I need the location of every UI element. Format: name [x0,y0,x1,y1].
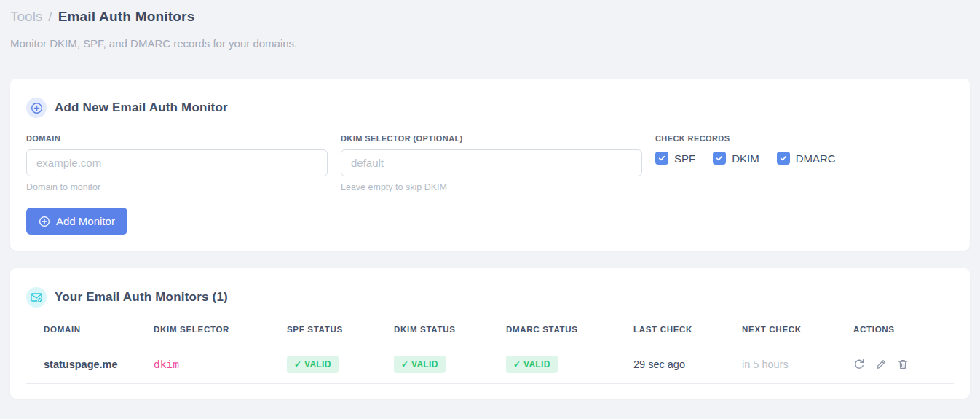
dkim-checkbox[interactable] [713,152,726,165]
check-records-options: SPF DKIM DMARC [655,152,954,165]
cell-domain: statuspage.me [26,345,154,384]
breadcrumb-tools-link[interactable]: Tools [10,9,42,25]
header-last-check: LAST CHECK [633,325,742,345]
breadcrumb-separator: / [48,9,52,25]
check-records-label: CHECK RECORDS [655,134,954,143]
add-monitor-button-label: Add Monitor [56,215,115,227]
domain-helper-text: Domain to monitor [26,182,328,192]
dkim-checkbox-item[interactable]: DKIM [713,152,759,165]
dkim-selector-label: DKIM SELECTOR (OPTIONAL) [341,134,642,143]
spf-valid-badge: ✓ VALID [287,356,339,373]
header-dkim-selector: DKIM SELECTOR [154,325,287,345]
monitors-card-header: Your Email Auth Monitors (1) [26,287,954,308]
spf-checkbox-label: SPF [674,152,695,165]
domain-label: DOMAIN [26,134,328,143]
cell-actions [853,345,954,384]
cell-next-check: in 5 hours [742,345,853,384]
monitors-table: DOMAIN DKIM SELECTOR SPF STATUS DKIM STA… [26,325,954,384]
cell-dkim-status: ✓ VALID [394,345,506,384]
add-monitor-card-title: Add New Email Auth Monitor [55,101,228,115]
header-actions: ACTIONS [853,325,954,345]
dmarc-checkbox-item[interactable]: DMARC [777,152,836,165]
spf-checkbox[interactable] [655,152,668,165]
add-monitor-card-header: Add New Email Auth Monitor [26,98,954,118]
header-spf-status: SPF STATUS [287,325,394,345]
add-monitor-form: DOMAIN Domain to monitor DKIM SELECTOR (… [26,134,954,192]
page-subtitle: Monitor DKIM, SPF, and DMARC records for… [10,37,970,50]
email-auth-monitors-page: Tools / Email Auth Monitors Monitor DKIM… [0,0,980,399]
check-records-group: CHECK RECORDS SPF DKIM [655,134,954,192]
dkim-checkbox-label: DKIM [732,152,759,165]
dmarc-checkbox-label: DMARC [796,152,836,165]
plus-circle-icon [26,98,47,118]
header-domain: DOMAIN [26,325,154,345]
dmarc-valid-badge: ✓ VALID [506,356,558,373]
plus-circle-icon [39,216,50,227]
dkim-selector-input[interactable] [341,149,642,176]
monitors-card-title: Your Email Auth Monitors (1) [55,290,228,305]
dkim-selector-helper-text: Leave empty to skip DKIM [341,182,642,192]
monitors-list-card: Your Email Auth Monitors (1) DOMAIN DKIM… [10,268,970,399]
cell-dmarc-status: ✓ VALID [506,345,633,384]
cell-dkim-selector: dkim [154,345,287,384]
dmarc-checkbox[interactable] [777,152,790,165]
dkim-valid-badge: ✓ VALID [394,356,446,373]
mail-check-icon [26,287,47,308]
cell-last-check: 29 sec ago [633,345,742,384]
domain-input[interactable] [26,149,328,176]
spf-checkbox-item[interactable]: SPF [655,152,695,165]
domain-field-group: DOMAIN Domain to monitor [26,134,328,192]
breadcrumb: Tools / Email Auth Monitors [10,9,970,25]
table-row: statuspage.me dkim ✓ VALID ✓ VALID ✓ VAL… [26,345,954,384]
delete-icon[interactable] [897,359,909,370]
add-monitor-button[interactable]: Add Monitor [26,208,127,235]
table-header-row: DOMAIN DKIM SELECTOR SPF STATUS DKIM STA… [26,325,954,345]
header-dmarc-status: DMARC STATUS [506,325,633,345]
add-monitor-card: Add New Email Auth Monitor DOMAIN Domain… [10,79,970,251]
dkim-selector-field-group: DKIM SELECTOR (OPTIONAL) Leave empty to … [341,134,642,192]
refresh-icon[interactable] [853,359,865,370]
page-title: Email Auth Monitors [58,9,195,25]
edit-icon[interactable] [875,359,887,370]
cell-spf-status: ✓ VALID [287,345,394,384]
header-dkim-status: DKIM STATUS [394,325,506,345]
header-next-check: NEXT CHECK [742,325,853,345]
